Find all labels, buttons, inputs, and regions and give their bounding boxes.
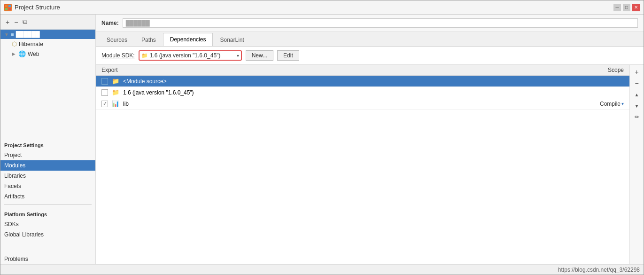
sidebar-item-facets[interactable]: Facets: [0, 181, 95, 191]
chevron-right-icon: ▶: [12, 51, 16, 56]
module-icon: ■: [11, 31, 14, 37]
copy-module-button[interactable]: ⧉: [21, 17, 29, 26]
hibernate-label: Hibernate: [19, 41, 43, 47]
add-module-button[interactable]: +: [4, 18, 11, 26]
close-button[interactable]: ✕: [632, 4, 640, 11]
dep-name-lib: lib: [123, 101, 596, 107]
deps-table-body: 📁 <Module source> 📁 1.6 (java version "1…: [96, 76, 629, 264]
libraries-label: Libraries: [4, 173, 26, 179]
sdk-arrow-icon: ▾: [237, 53, 239, 58]
maximize-button[interactable]: □: [623, 4, 630, 11]
modules-label: Modules: [4, 162, 25, 169]
hibernate-icon: ⬡: [12, 40, 17, 47]
svg-rect-3: [8, 8, 11, 10]
sidebar-item-problems[interactable]: Problems: [0, 254, 95, 264]
checkbox-check-icon: ✓: [103, 101, 107, 107]
module-root-name: ██████: [16, 31, 40, 38]
sidebar-item-project[interactable]: Project: [0, 150, 95, 160]
global-libraries-label: Global Libraries: [4, 231, 44, 238]
dep-checkbox-jdk[interactable]: [101, 89, 108, 96]
hibernate-item[interactable]: ⬡ Hibernate: [0, 39, 95, 49]
project-structure-window: Project Structure ─ □ ✕ + − ⧉ ▼ ■ ██████: [0, 0, 644, 275]
chevron-down-icon: ▼: [4, 32, 9, 37]
export-col-header: Export: [101, 67, 118, 73]
module-root-item[interactable]: ▼ ■ ██████: [0, 30, 95, 39]
app-icon: [4, 4, 12, 11]
dep-scope-lib: Compile ▾: [600, 101, 624, 107]
remove-module-button[interactable]: −: [13, 18, 19, 26]
tabs-bar: Sources Paths Dependencies SonarLint: [96, 32, 644, 47]
sdk-value: 1.6 (java version "1.6.0_45"): [150, 52, 235, 59]
sidebar-item-sdks[interactable]: SDKs: [0, 219, 95, 229]
module-name-value: ██████: [123, 18, 638, 28]
sdk-new-button[interactable]: New...: [246, 50, 273, 61]
dep-name-jdk: 1.6 (java version "1.6.0_45"): [123, 89, 620, 96]
dep-row-lib[interactable]: ✓ 📊 lib Compile ▾: [96, 98, 629, 110]
sidebar-toolbar: + − ⧉: [0, 15, 95, 30]
sdks-label: SDKs: [4, 221, 19, 228]
module-source-icon: 📁: [112, 78, 119, 85]
dep-checkbox-module-source[interactable]: [101, 78, 108, 85]
add-dep-button[interactable]: +: [632, 67, 642, 77]
deps-table-header: Export Scope: [96, 65, 629, 76]
jdk-icon: 📁: [112, 89, 119, 96]
tab-paths[interactable]: Paths: [134, 33, 163, 46]
main-content: + − ⧉ ▼ ■ ██████ ⬡ Hibernate ▶ 🌐 Web: [0, 15, 644, 264]
facets-label: Facets: [4, 183, 21, 189]
title-bar-left: Project Structure: [4, 4, 60, 11]
sidebar-item-modules[interactable]: Modules: [0, 160, 95, 171]
sidebar-divider: [4, 204, 92, 205]
dep-name-module-source: <Module source>: [123, 78, 620, 85]
move-down-button[interactable]: ▼: [632, 101, 642, 111]
module-sdk-label[interactable]: Module SDK:: [101, 52, 135, 59]
artifacts-label: Artifacts: [4, 193, 24, 200]
dep-checkbox-lib[interactable]: ✓: [101, 101, 108, 107]
scope-dropdown-arrow-icon[interactable]: ▾: [621, 101, 624, 106]
right-panel: Name: ██████ Sources Paths Dependencies …: [96, 15, 644, 264]
edit-dep-button[interactable]: ✏: [632, 112, 642, 122]
title-bar: Project Structure ─ □ ✕: [0, 0, 644, 15]
project-settings-header: Project Settings: [0, 139, 95, 150]
scope-col-header: Scope: [608, 67, 624, 73]
tab-sonarlint[interactable]: SonarLint: [213, 33, 251, 46]
sidebar: + − ⧉ ▼ ■ ██████ ⬡ Hibernate ▶ 🌐 Web: [0, 15, 96, 264]
svg-rect-2: [5, 8, 8, 10]
platform-settings-header: Platform Settings: [0, 208, 95, 219]
sidebar-item-artifacts[interactable]: Artifacts: [0, 191, 95, 202]
deps-content: Export Scope 📁 <Module source>: [96, 65, 629, 264]
status-bar: https://blog.csdn.net/qq_3/62298: [0, 264, 644, 275]
dependencies-panel: Module SDK: 📁 1.6 (java version "1.6.0_4…: [96, 47, 644, 264]
minimize-button[interactable]: ─: [613, 4, 621, 11]
sdk-edit-button[interactable]: Edit: [277, 50, 299, 61]
problems-label: Problems: [4, 256, 28, 262]
sdk-folder-icon: 📁: [141, 53, 148, 59]
web-item[interactable]: ▶ 🌐 Web: [0, 49, 95, 59]
window-controls: ─ □ ✕: [613, 4, 640, 11]
web-icon: 🌐: [18, 50, 26, 57]
move-up-button[interactable]: ▲: [632, 89, 642, 100]
module-sdk-bar: Module SDK: 📁 1.6 (java version "1.6.0_4…: [96, 47, 644, 65]
lib-icon: 📊: [112, 100, 119, 107]
svg-rect-0: [5, 5, 8, 7]
name-label: Name:: [101, 20, 119, 26]
dep-row-jdk[interactable]: 📁 1.6 (java version "1.6.0_45"): [96, 87, 629, 98]
svg-rect-1: [8, 5, 11, 7]
panel-with-actions: Export Scope 📁 <Module source>: [96, 65, 644, 264]
right-actions: + − ▲ ▼ ✏: [629, 65, 644, 264]
tab-sources[interactable]: Sources: [100, 33, 134, 46]
sidebar-item-libraries[interactable]: Libraries: [0, 171, 95, 181]
dep-row-module-source[interactable]: 📁 <Module source>: [96, 76, 629, 87]
sdk-dropdown[interactable]: 📁 1.6 (java version "1.6.0_45") ▾: [139, 50, 242, 61]
project-label: Project: [4, 152, 22, 158]
tab-dependencies[interactable]: Dependencies: [163, 33, 213, 46]
window-title: Project Structure: [15, 4, 60, 11]
name-bar: Name: ██████: [96, 15, 644, 32]
web-label: Web: [28, 51, 39, 57]
remove-dep-button[interactable]: −: [632, 78, 642, 88]
sidebar-item-global-libraries[interactable]: Global Libraries: [0, 229, 95, 240]
dep-scope-lib-value: Compile: [600, 101, 621, 107]
status-url: https://blog.csdn.net/qq_3/62298: [558, 267, 640, 273]
